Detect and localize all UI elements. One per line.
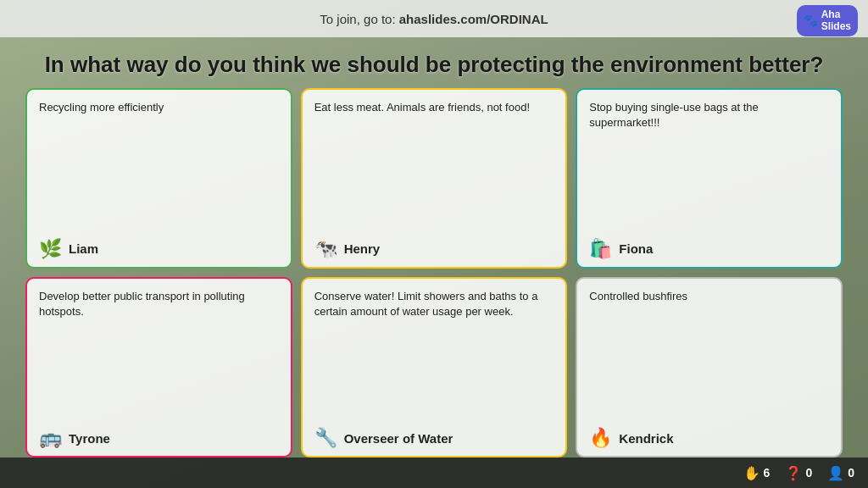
card-1: Recycling more efficiently 🌿 Liam <box>25 88 292 269</box>
question-count: 0 <box>805 466 812 480</box>
card-4-avatar: 🚌 <box>39 429 62 447</box>
card-1-username: Liam <box>69 241 98 256</box>
card-2-username: Henry <box>344 241 381 256</box>
card-2: Eat less meat. Animals are friends, not … <box>301 88 568 269</box>
card-5-user: 🔧 Overseer of Water <box>314 429 554 447</box>
card-3: Stop buying single-use bags at the super… <box>576 88 843 269</box>
card-6-user: 🔥 Kendrick <box>589 429 829 447</box>
card-6: Controlled bushfires 🔥 Kendrick <box>576 277 843 458</box>
main-content: To join, go to: ahaslides.com/ORDINAL 🐾 … <box>0 0 868 488</box>
card-5-avatar: 🔧 <box>314 429 337 447</box>
card-4-username: Tyrone <box>69 431 110 446</box>
card-2-user: 🐄 Henry <box>314 240 554 258</box>
join-url: ahaslides.com/ORDINAL <box>399 12 548 26</box>
card-5: Conserve water! Limit showers and baths … <box>301 277 568 458</box>
card-3-avatar: 🛍️ <box>589 240 612 258</box>
card-1-avatar: 🌿 <box>39 240 62 258</box>
hand-count: 6 <box>764 466 771 480</box>
card-3-user: 🛍️ Fiona <box>589 240 829 258</box>
card-4-user: 🚌 Tyrone <box>39 429 279 447</box>
user-count: 0 <box>848 466 854 480</box>
hand-icon: ✋ <box>743 465 760 481</box>
question-stat: ❓ 0 <box>785 465 812 481</box>
card-3-username: Fiona <box>619 241 653 256</box>
card-4-text: Develop better public transport in pollu… <box>39 289 279 319</box>
aha-logo-text: AhaSlides <box>821 8 851 33</box>
card-4: Develop better public transport in pollu… <box>25 277 292 458</box>
join-instruction: To join, go to: ahaslides.com/ORDINAL <box>320 12 548 26</box>
cards-grid: Recycling more efficiently 🌿 Liam Eat le… <box>0 88 868 458</box>
header: To join, go to: ahaslides.com/ORDINAL 🐾 … <box>0 0 868 37</box>
card-5-text: Conserve water! Limit showers and baths … <box>314 289 554 319</box>
card-1-user: 🌿 Liam <box>39 240 279 258</box>
footer: ✋ 6 ❓ 0 👤 0 <box>0 458 868 488</box>
question-text: In what way do you think we should be pr… <box>34 51 834 80</box>
card-2-text: Eat less meat. Animals are friends, not … <box>314 100 554 115</box>
user-stat: 👤 0 <box>827 465 854 481</box>
hand-stat: ✋ 6 <box>743 465 771 481</box>
question-icon: ❓ <box>785 465 802 481</box>
card-5-username: Overseer of Water <box>344 431 453 446</box>
card-6-avatar: 🔥 <box>589 429 612 447</box>
join-prefix: To join, go to: <box>320 12 398 26</box>
user-icon: 👤 <box>827 465 844 481</box>
question-area: In what way do you think we should be pr… <box>0 37 868 88</box>
card-2-avatar: 🐄 <box>314 240 337 258</box>
card-6-username: Kendrick <box>619 431 673 446</box>
card-6-text: Controlled bushfires <box>589 289 829 304</box>
aha-logo-icon: 🐾 <box>804 14 818 28</box>
aha-logo: 🐾 AhaSlides <box>797 5 858 36</box>
card-3-text: Stop buying single-use bags at the super… <box>589 100 829 130</box>
card-1-text: Recycling more efficiently <box>39 100 279 115</box>
